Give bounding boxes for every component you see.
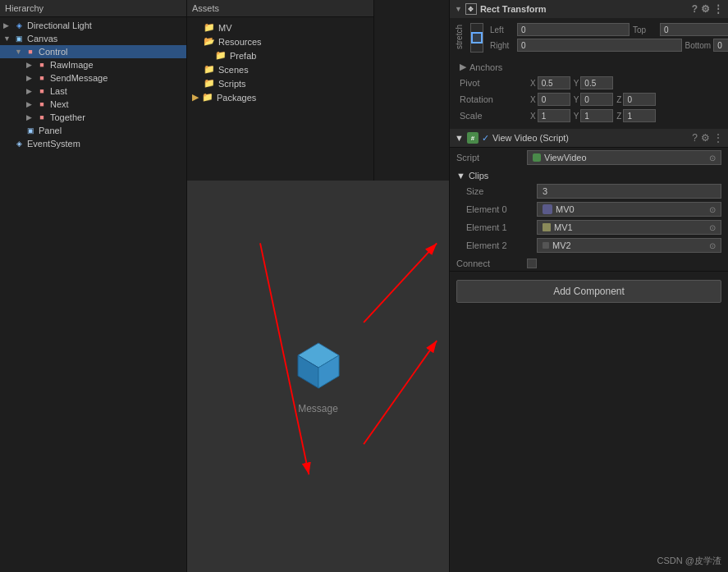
top-input[interactable] — [660, 23, 728, 36]
asset-packages[interactable]: ▶ 📁 Packages — [187, 90, 373, 104]
label-last: Last — [50, 86, 67, 96]
scale-z-label: Z — [616, 112, 621, 121]
folder-resources-icon: 📂 — [204, 36, 215, 47]
pivot-x-input[interactable] — [538, 76, 570, 89]
help-icon[interactable]: ? — [692, 3, 698, 15]
scale-y-input[interactable] — [580, 109, 613, 122]
vv-check[interactable]: ✓ — [482, 133, 489, 144]
label-together: Together — [50, 112, 85, 122]
assets-header: Assets — [187, 0, 373, 17]
tree-item-panel[interactable]: ▣ Panel — [0, 124, 186, 137]
icon-panel: ▣ — [25, 125, 36, 136]
asset-scenes[interactable]: 📁 Scenes — [187, 62, 373, 76]
preview-label: Message — [298, 403, 338, 414]
center-panel: Message — [187, 181, 449, 572]
rot-x-input[interactable] — [538, 93, 570, 106]
asset-resources[interactable]: 📂 Resources — [187, 34, 373, 48]
add-component-button[interactable]: Add Component — [456, 280, 721, 303]
icon-directionallight: ◈ — [13, 20, 25, 31]
script-label: Script — [456, 153, 522, 162]
stretch-grid: stretch Left Top — [455, 23, 723, 54]
tree-item-last[interactable]: ▶ ■ Last — [0, 85, 186, 98]
scale-label: Scale — [460, 111, 525, 121]
anchors-collapse-arrow: ▶ — [460, 62, 466, 72]
label-panel: Panel — [39, 126, 62, 135]
label-directionallight: Directional Light — [27, 21, 92, 30]
connect-checkbox[interactable] — [527, 259, 537, 268]
arrow-control: ▼ — [15, 48, 25, 56]
vv-help-icon[interactable]: ? — [692, 132, 698, 144]
bottom-label: Bottom — [685, 41, 712, 50]
vv-settings-icon[interactable]: ⚙ — [701, 132, 710, 144]
clips-header[interactable]: ▼ Clips — [450, 169, 728, 182]
elem2-target-icon[interactable]: ⊙ — [709, 241, 716, 250]
stretch-label: stretch — [455, 23, 464, 51]
element2-row: Element 2 MV2 ⊙ — [450, 236, 728, 254]
connect-label: Connect — [456, 259, 522, 268]
elem2-icon — [543, 242, 549, 249]
scale-y-label: Y — [574, 112, 579, 121]
tree-item-together[interactable]: ▶ ■ Together — [0, 111, 186, 124]
rot-x-field: X — [530, 93, 570, 106]
icon-last: ■ — [36, 85, 48, 97]
label-canvas: Canvas — [27, 34, 57, 43]
asset-scripts[interactable]: 📁 Scripts — [187, 76, 373, 90]
asset-mv[interactable]: 📁 MV — [187, 21, 373, 34]
script-target-icon[interactable]: ⊙ — [709, 153, 716, 162]
rot-y-input[interactable] — [580, 93, 613, 106]
rect-transform-header: ▼ ✥ Rect Transform ? ⚙ ⋮ — [450, 0, 728, 18]
settings-icon[interactable]: ⚙ — [701, 3, 710, 15]
folder-scenes-icon: 📁 — [204, 64, 215, 75]
collapse-rect-arrow: ▼ — [455, 5, 462, 13]
arrow-sendmessage: ▶ — [26, 74, 36, 82]
size-value-box[interactable]: 3 — [537, 184, 721, 199]
right-input[interactable] — [517, 39, 682, 52]
stretch-box[interactable] — [470, 23, 483, 53]
tree-item-canvas[interactable]: ▼ ▣ Canvas — [0, 32, 186, 45]
pivot-y-input[interactable] — [580, 76, 613, 89]
scale-y-field: Y — [574, 109, 614, 122]
script-field: Script ViewVideo ⊙ — [450, 148, 728, 167]
folder-scripts-icon: 📁 — [204, 78, 215, 89]
size-label: Size — [466, 186, 532, 196]
tree-item-next[interactable]: ▶ ■ Next — [0, 98, 186, 111]
scale-x-label: X — [530, 112, 536, 121]
size-row: Size 3 — [450, 182, 728, 200]
vv-menu-icon[interactable]: ⋮ — [713, 132, 723, 144]
scale-x-input[interactable] — [538, 109, 570, 122]
bottom-input[interactable] — [713, 39, 728, 52]
elem1-target-icon[interactable]: ⊙ — [709, 223, 716, 232]
watermark: CSDN @皮学渣 — [450, 550, 728, 572]
element1-value-text: MV1 — [554, 222, 573, 232]
menu-icon[interactable]: ⋮ — [713, 3, 723, 15]
rot-z-input[interactable] — [623, 93, 656, 106]
tree-item-eventsystem[interactable]: ◈ EventSystem — [0, 137, 186, 150]
arrow-directionallight: ▶ — [3, 21, 13, 30]
rot-y-field: Y — [574, 93, 614, 106]
scale-row: Scale X Y Z — [455, 108, 723, 124]
tree-item-control[interactable]: ▼ ■ Control — [0, 45, 186, 58]
size-value-text: 3 — [543, 186, 547, 196]
hierarchy-tree: ▶ ◈ Directional Light ▼ ▣ Canvas ▼ ■ Con… — [0, 17, 186, 572]
scale-z-input[interactable] — [623, 109, 656, 122]
folder-packages-icon: ▶ — [192, 92, 199, 103]
top-field: Top — [633, 23, 728, 36]
connect-row: Connect — [450, 256, 728, 271]
folder-packages-icon2: 📁 — [202, 92, 213, 103]
hierarchy-panel: Hierarchy ▶ ◈ Directional Light ▼ ▣ Canv… — [0, 0, 187, 572]
view-video-section: ▼ # ✓ View Video (Script) ? ⚙ ⋮ Script V… — [450, 129, 728, 272]
tree-item-rawimage[interactable]: ▶ ■ RawImage — [0, 58, 186, 71]
hierarchy-header: Hierarchy — [0, 0, 186, 17]
rect-transform-title: Rect Transform — [480, 4, 547, 14]
tree-item-sendmessage[interactable]: ▶ ■ SendMessage — [0, 71, 186, 85]
arrow-last: ▶ — [26, 87, 36, 95]
asset-prefab[interactable]: 📁 Prefab — [187, 48, 373, 62]
anchors-section[interactable]: ▶ Anchors — [455, 59, 723, 75]
rotation-row: Rotation X Y Z — [455, 91, 723, 108]
left-input[interactable] — [517, 23, 630, 36]
elem0-target-icon[interactable]: ⊙ — [709, 205, 716, 214]
tree-item-directionallight[interactable]: ▶ ◈ Directional Light — [0, 19, 186, 32]
clips-collapse-arrow: ▼ — [456, 171, 465, 181]
icon-sendmessage: ■ — [36, 72, 48, 84]
elem1-icon — [543, 223, 551, 231]
